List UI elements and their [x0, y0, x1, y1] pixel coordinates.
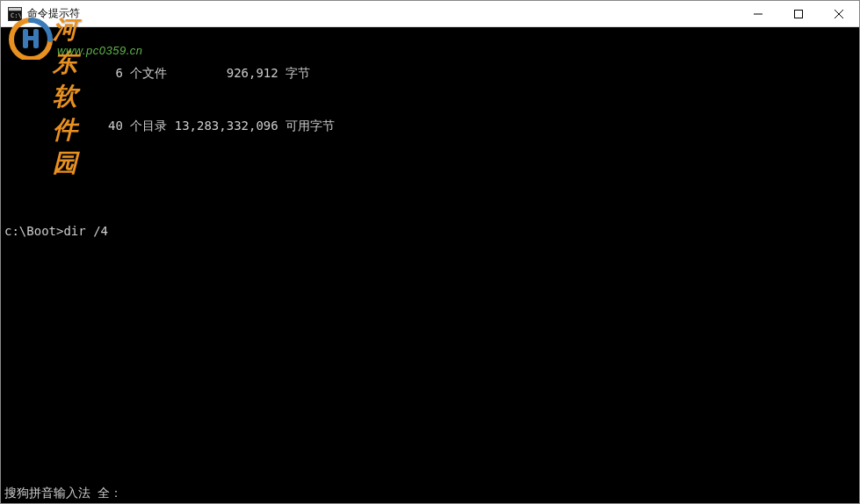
svg-rect-5: [795, 10, 803, 18]
free-bytes: 13,283,332,096: [167, 119, 285, 133]
dirs-label: 个目录: [130, 119, 167, 133]
files-count: 6: [4, 66, 130, 80]
close-button[interactable]: [819, 1, 859, 26]
close-icon: [835, 10, 843, 18]
app-icon: C:\: [8, 7, 22, 21]
command-input[interactable]: dir /4: [63, 224, 108, 238]
command-prompt-window: C:\ 命令提示符: [0, 0, 860, 504]
files-label: 个文件: [130, 66, 167, 80]
ime-status-bar: 搜狗拼音输入法 全：: [4, 484, 122, 501]
bytes-label: 字节: [285, 66, 310, 80]
output-line-files: 6 个文件 926,912 字节: [4, 64, 856, 82]
files-bytes: 926,912: [167, 66, 285, 80]
svg-text:C:\: C:\: [11, 12, 22, 19]
free-label: 可用字节: [285, 119, 335, 133]
prompt-line: c:\Boot>dir /4: [4, 222, 856, 240]
output-line-dirs: 40 个目录 13,283,332,096 可用字节: [4, 117, 856, 134]
blank-line: [4, 169, 856, 187]
terminal-content[interactable]: 6 个文件 926,912 字节 40 个目录 13,283,332,096 可…: [1, 27, 859, 503]
window-title: 命令提示符: [27, 6, 738, 21]
svg-rect-1: [9, 8, 21, 11]
prompt: c:\Boot>: [4, 224, 63, 238]
window-controls: [738, 1, 859, 26]
titlebar[interactable]: C:\ 命令提示符: [1, 1, 859, 27]
minimize-button[interactable]: [738, 1, 778, 26]
maximize-button[interactable]: [778, 1, 819, 26]
maximize-icon: [794, 10, 803, 18]
minimize-icon: [754, 10, 762, 18]
dirs-count: 40: [4, 119, 130, 133]
